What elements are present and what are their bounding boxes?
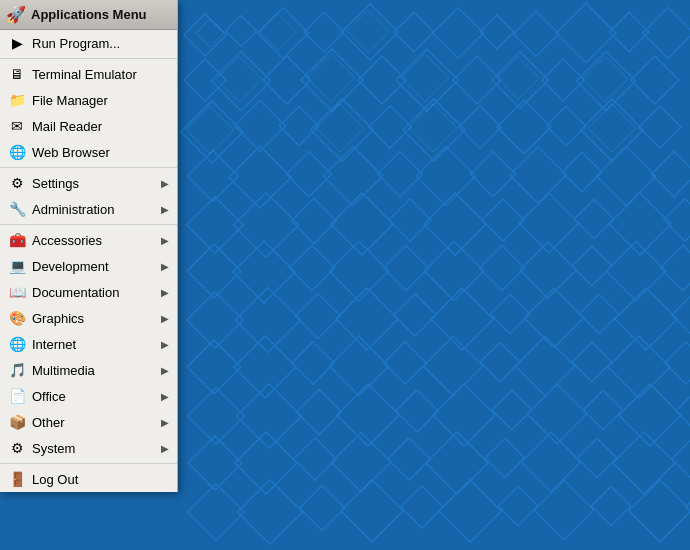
internet-arrow: ▶ — [161, 339, 169, 350]
log-out-icon: 🚪 — [8, 470, 26, 488]
menu-title: Applications Menu — [31, 7, 147, 22]
other-arrow: ▶ — [161, 417, 169, 428]
file-manager-icon: 📁 — [8, 91, 26, 109]
applications-menu-panel: 🚀 Applications Menu ▶ Run Program... 🖥 T… — [0, 0, 178, 492]
file-manager-item[interactable]: 📁 File Manager — [0, 87, 177, 113]
documentation-arrow: ▶ — [161, 287, 169, 298]
separator-1 — [0, 58, 177, 59]
documentation-label: Documentation — [32, 285, 157, 300]
settings-arrow: ▶ — [161, 178, 169, 189]
development-label: Development — [32, 259, 157, 274]
office-item[interactable]: 📄 Office ▶ — [0, 383, 177, 409]
web-browser-icon: 🌐 — [8, 143, 26, 161]
settings-label: Settings — [32, 176, 157, 191]
separator-4 — [0, 463, 177, 464]
apps-menu-icon: 🚀 — [6, 5, 26, 24]
system-label: System — [32, 441, 157, 456]
multimedia-icon: 🎵 — [8, 361, 26, 379]
development-item[interactable]: 💻 Development ▶ — [0, 253, 177, 279]
internet-item[interactable]: 🌐 Internet ▶ — [0, 331, 177, 357]
separator-3 — [0, 224, 177, 225]
log-out-label: Log Out — [32, 472, 169, 487]
internet-label: Internet — [32, 337, 157, 352]
multimedia-item[interactable]: 🎵 Multimedia ▶ — [0, 357, 177, 383]
administration-icon: 🔧 — [8, 200, 26, 218]
other-icon: 📦 — [8, 413, 26, 431]
accessories-label: Accessories — [32, 233, 157, 248]
multimedia-label: Multimedia — [32, 363, 157, 378]
documentation-icon: 📖 — [8, 283, 26, 301]
mail-icon: ✉ — [8, 117, 26, 135]
menu-title-bar: 🚀 Applications Menu — [0, 0, 177, 30]
terminal-label: Terminal Emulator — [32, 67, 169, 82]
system-item[interactable]: ⚙ System ▶ — [0, 435, 177, 461]
web-browser-label: Web Browser — [32, 145, 169, 160]
run-program-item[interactable]: ▶ Run Program... — [0, 30, 177, 56]
terminal-emulator-item[interactable]: 🖥 Terminal Emulator — [0, 61, 177, 87]
mail-reader-label: Mail Reader — [32, 119, 169, 134]
terminal-icon: 🖥 — [8, 65, 26, 83]
accessories-icon: 🧰 — [8, 231, 26, 249]
graphics-label: Graphics — [32, 311, 157, 326]
graphics-arrow: ▶ — [161, 313, 169, 324]
accessories-item[interactable]: 🧰 Accessories ▶ — [0, 227, 177, 253]
accessories-arrow: ▶ — [161, 235, 169, 246]
office-icon: 📄 — [8, 387, 26, 405]
administration-arrow: ▶ — [161, 204, 169, 215]
development-arrow: ▶ — [161, 261, 169, 272]
file-manager-label: File Manager — [32, 93, 169, 108]
graphics-icon: 🎨 — [8, 309, 26, 327]
administration-item[interactable]: 🔧 Administration ▶ — [0, 196, 177, 222]
internet-icon: 🌐 — [8, 335, 26, 353]
development-icon: 💻 — [8, 257, 26, 275]
graphics-item[interactable]: 🎨 Graphics ▶ — [0, 305, 177, 331]
mail-reader-item[interactable]: ✉ Mail Reader — [0, 113, 177, 139]
log-out-item[interactable]: 🚪 Log Out — [0, 466, 177, 492]
office-label: Office — [32, 389, 157, 404]
run-program-icon: ▶ — [8, 34, 26, 52]
documentation-item[interactable]: 📖 Documentation ▶ — [0, 279, 177, 305]
other-item[interactable]: 📦 Other ▶ — [0, 409, 177, 435]
web-browser-item[interactable]: 🌐 Web Browser — [0, 139, 177, 165]
settings-icon: ⚙ — [8, 174, 26, 192]
separator-2 — [0, 167, 177, 168]
system-arrow: ▶ — [161, 443, 169, 454]
office-arrow: ▶ — [161, 391, 169, 402]
multimedia-arrow: ▶ — [161, 365, 169, 376]
system-icon: ⚙ — [8, 439, 26, 457]
run-program-label: Run Program... — [32, 36, 169, 51]
settings-item[interactable]: ⚙ Settings ▶ — [0, 170, 177, 196]
administration-label: Administration — [32, 202, 157, 217]
other-label: Other — [32, 415, 157, 430]
